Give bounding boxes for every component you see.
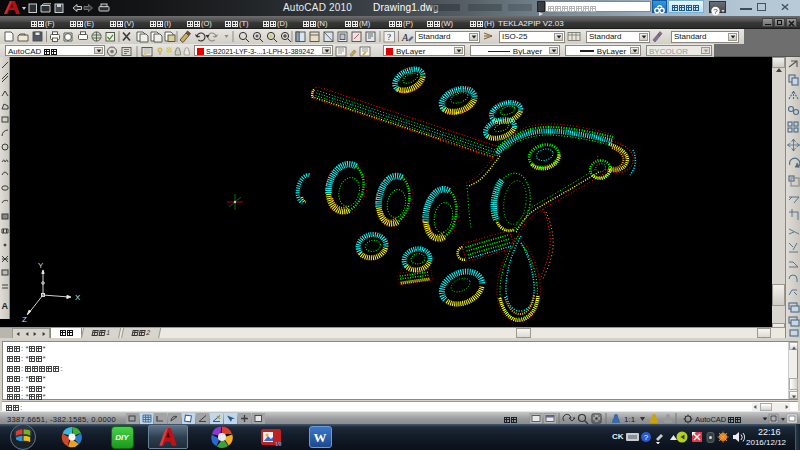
svg-text:Z: Z <box>22 315 27 324</box>
svg-text:A: A <box>401 32 409 43</box>
svg-text:19: 19 <box>275 441 282 447</box>
svg-text:X: X <box>75 293 81 302</box>
svg-text:A: A <box>2 301 9 311</box>
svg-text:1:1: 1:1 <box>624 415 636 424</box>
svg-text:Y: Y <box>38 261 44 270</box>
svg-text:?: ? <box>387 32 391 42</box>
svg-text:?: ? <box>644 433 649 442</box>
svg-text:?: ? <box>713 7 718 16</box>
